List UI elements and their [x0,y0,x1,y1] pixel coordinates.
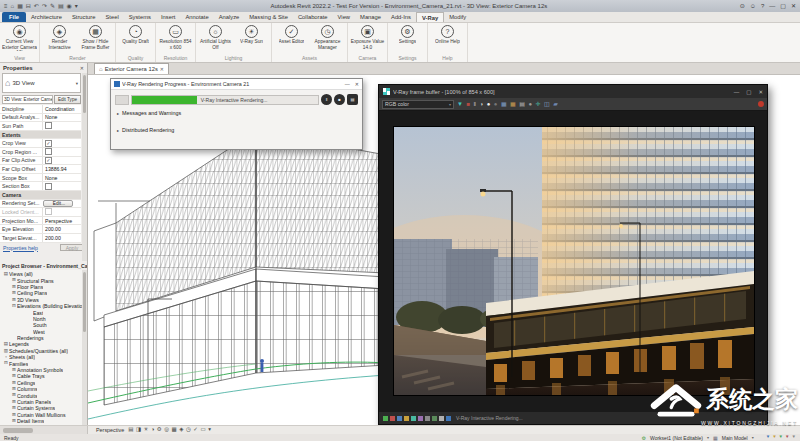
property-value[interactable]: Edit... [43,200,73,207]
property-value[interactable]: Coordination [42,105,81,113]
tab-architecture[interactable]: Architecture [26,12,67,22]
pause-button[interactable]: ‖ [321,94,332,105]
property-row[interactable]: Camera [0,191,81,200]
help-icon[interactable]: ? [761,3,764,9]
workset-label[interactable]: Workset1 (Not Editable) [650,435,703,441]
minimize-icon[interactable]: — [345,81,350,87]
tab-structure[interactable]: Structure [67,12,101,22]
qat-icon[interactable]: ⌂ [11,3,15,9]
tab-manage[interactable]: Manage [355,12,386,22]
filter-icon[interactable]: ▼ [792,435,796,440]
view-control-icon[interactable]: ▦ [172,427,177,433]
property-value[interactable]: Perspective [42,217,81,225]
track-mouse-button[interactable]: ✛ [536,101,541,107]
property-value[interactable]: 200.00 [42,234,81,242]
property-value[interactable] [42,182,81,190]
active-model-label[interactable]: Main Model [722,435,748,441]
type-selector[interactable]: ⌂ 3D View ▾ [2,73,81,93]
view-control-icon[interactable]: ▤ [128,427,133,433]
region-render-button[interactable]: ◫ [544,101,550,107]
browser-hscrollbar[interactable] [0,426,88,434]
chevron-down-icon[interactable]: ▾ [707,435,709,440]
view-control-icon[interactable]: ☀ [144,427,149,433]
view-control-icon[interactable]: ✓ [193,427,198,433]
qat-icon[interactable]: ↷ [42,3,47,9]
clear-log-button[interactable]: ▤ [347,94,358,105]
channel-select[interactable]: RGB color ▾ [382,100,454,109]
vray-sun-button[interactable]: ☀ V-Ray Sun [234,24,269,54]
tab-systems[interactable]: Systems [124,12,156,22]
tab-steel[interactable]: Steel [100,12,123,22]
show-hide-frame-buffer-button[interactable]: ▦ Show / Hide Frame Buffer [78,24,113,54]
qat-icon[interactable]: ⊟ [26,3,31,9]
view-tab-exterior-camera[interactable]: ⌂ Exterior Camera 12s ✕ [94,63,169,74]
appearance-manager-button[interactable]: ◷ Appearance Manager [310,24,345,54]
duplicate-buffer-button[interactable]: ● [528,101,532,107]
tree-item[interactable]: ⊞ Detail Items [0,418,87,424]
tab-file[interactable]: File [2,12,26,22]
qat-icon[interactable]: ▤ [58,3,64,9]
property-value[interactable]: None [42,114,81,122]
property-value[interactable] [42,139,81,147]
distributed-rendering-section[interactable]: ▸ Distributed Rendering [117,127,356,133]
property-value[interactable] [42,148,81,156]
frame-buffer-viewport[interactable] [379,111,767,412]
messages-warnings-section[interactable]: ▸ Messages and Warnings [117,110,356,116]
tab-collaborate[interactable]: Collaborate [293,12,333,22]
view-type-combo[interactable]: 3D View: Exterior Camer [2,95,53,104]
property-value[interactable] [42,122,81,130]
correction-controls-button[interactable]: ◑ [480,101,484,107]
property-row[interactable]: Extents [0,131,81,140]
frame-buffer-titlebar[interactable]: V-Ray frame buffer - [100% of 854 x 600]… [379,85,767,98]
property-value[interactable]: 200.00 [42,225,81,233]
tab-analyze[interactable]: Analyze [214,12,245,22]
white-balance-button[interactable]: ● [487,101,491,107]
property-row[interactable]: Crop View [0,139,81,148]
minimize-icon[interactable]: — [734,89,740,95]
view-control-icon[interactable]: ▭ [200,427,205,433]
qat-icon[interactable]: ✎ [50,3,55,9]
clear-buffer-button[interactable]: ▤ [519,101,525,107]
artificial-lights-button[interactable]: ☼ Artificial Lights Off [198,24,233,54]
property-value[interactable]: 13886.94 [42,165,81,173]
qat-icon[interactable]: ↶ [34,3,39,9]
tab-add-ins[interactable]: Add-Ins [386,12,416,22]
online-help-button[interactable]: ? Online Help [430,24,465,54]
property-row[interactable]: Section Box [0,182,81,191]
vray-logo-icon[interactable]: ▼ [457,101,463,107]
tab-modify[interactable]: Modify [444,12,471,22]
qat-icon[interactable]: ≡ [4,3,8,9]
property-row[interactable]: Scope Box None [0,174,81,183]
tab-v-ray[interactable]: V-Ray [416,12,444,22]
open-folder-button[interactable]: ▦ [510,101,516,107]
render-interactive-button[interactable]: ◈ Render Interactive [42,24,77,54]
view-control-icon[interactable]: ◈ [179,427,183,433]
view-control-icon[interactable]: ⚙ [157,427,162,433]
qat-icon[interactable]: ▦ [17,3,23,9]
tab-view[interactable]: View [333,12,355,22]
close-button[interactable]: ✕ [791,3,796,9]
edit-type-button[interactable]: Edit Type [54,95,81,104]
sphere-button[interactable]: ● [494,101,498,107]
account-icon[interactable]: ☺ [750,3,756,9]
filter-icon[interactable]: ▼ [772,435,776,440]
property-row[interactable]: Default Analys... None [0,114,81,123]
current-view-button[interactable]: ◉ Current View Exterior Camera 12i [2,24,37,54]
filter-icon[interactable]: ▼ [785,435,789,440]
filter-icon[interactable]: ▼ [779,435,783,440]
view-scale-label[interactable]: Perspective [96,427,124,433]
tab-annotate[interactable]: Annotate [180,12,213,22]
stop-button[interactable]: ■ [334,94,345,105]
progress-window-titlebar[interactable]: V-Ray Rendering Progress - Environment C… [111,79,362,90]
settings-button[interactable]: ⚙ Settings [390,24,425,54]
close-icon[interactable]: ✕ [80,65,84,71]
stop-render-button[interactable]: ■ [466,101,470,107]
chevron-down-icon[interactable]: ▾ [752,435,754,440]
maximize-icon[interactable]: ▢ [746,89,751,95]
maximize-button[interactable]: ▢ [780,3,786,9]
property-row[interactable]: Sun Path [0,122,81,131]
close-icon[interactable]: ✕ [160,66,164,72]
property-row[interactable]: Eye Elevation 200.00 [0,225,81,234]
close-icon[interactable]: ✕ [758,89,763,95]
view-control-icon[interactable]: ◨ [136,427,141,433]
